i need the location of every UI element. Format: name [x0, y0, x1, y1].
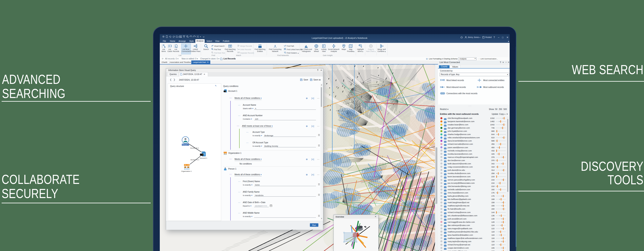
- svg-text:[☁]: [☁]: [237, 48, 240, 50]
- svg-text:Access To 1: Access To 1: [190, 147, 199, 149]
- svg-text:3: 3: [174, 47, 175, 48]
- svg-text:Account 1: Account 1: [200, 157, 207, 159]
- svg-text:3: 3: [168, 47, 169, 48]
- svg-text:3: 3: [162, 47, 162, 48]
- svg-text:Access To 2: Access To 2: [190, 159, 200, 161]
- svg-text:Person 1: Person 1: [182, 144, 189, 146]
- svg-text:Organization 1: Organization 1: [181, 170, 192, 172]
